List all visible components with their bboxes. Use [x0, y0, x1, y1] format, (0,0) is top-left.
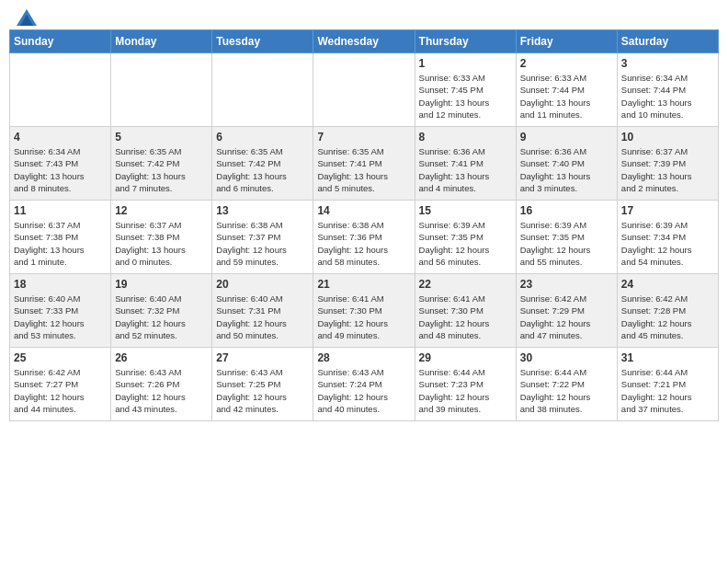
day-cell: 20Sunrise: 6:40 AM Sunset: 7:31 PM Dayli…	[212, 274, 313, 348]
day-info: Sunrise: 6:44 AM Sunset: 7:21 PM Dayligh…	[621, 366, 714, 415]
day-cell: 14Sunrise: 6:38 AM Sunset: 7:36 PM Dayli…	[313, 201, 415, 274]
header-cell-sunday: Sunday	[10, 30, 111, 53]
day-number: 2	[520, 57, 613, 70]
day-number: 7	[317, 131, 410, 144]
day-cell: 31Sunrise: 6:44 AM Sunset: 7:21 PM Dayli…	[617, 348, 718, 421]
day-number: 6	[216, 131, 309, 144]
day-cell: 11Sunrise: 6:37 AM Sunset: 7:38 PM Dayli…	[10, 201, 111, 274]
day-info: Sunrise: 6:36 AM Sunset: 7:41 PM Dayligh…	[419, 145, 512, 194]
day-cell: 4Sunrise: 6:34 AM Sunset: 7:43 PM Daylig…	[10, 127, 111, 201]
day-number: 20	[216, 278, 309, 291]
day-info: Sunrise: 6:34 AM Sunset: 7:44 PM Dayligh…	[621, 72, 714, 121]
header-cell-wednesday: Wednesday	[313, 30, 415, 53]
day-number: 1	[419, 57, 512, 70]
day-info: Sunrise: 6:44 AM Sunset: 7:23 PM Dayligh…	[419, 366, 512, 415]
day-number: 30	[520, 351, 613, 364]
day-number: 29	[419, 351, 512, 364]
calendar-header: SundayMondayTuesdayWednesdayThursdayFrid…	[10, 30, 719, 53]
day-number: 22	[419, 278, 512, 291]
header-cell-friday: Friday	[516, 30, 617, 53]
day-number: 21	[317, 278, 410, 291]
day-number: 10	[621, 131, 714, 144]
day-number: 8	[419, 131, 512, 144]
day-info: Sunrise: 6:43 AM Sunset: 7:25 PM Dayligh…	[216, 366, 309, 415]
calendar-body: 1Sunrise: 6:33 AM Sunset: 7:45 PM Daylig…	[10, 53, 719, 421]
day-info: Sunrise: 6:34 AM Sunset: 7:43 PM Dayligh…	[14, 145, 107, 194]
day-info: Sunrise: 6:36 AM Sunset: 7:40 PM Dayligh…	[520, 145, 613, 194]
page-header	[9, 9, 719, 22]
day-info: Sunrise: 6:37 AM Sunset: 7:38 PM Dayligh…	[14, 219, 107, 268]
day-number: 3	[621, 57, 714, 70]
day-number: 4	[14, 131, 107, 144]
header-row: SundayMondayTuesdayWednesdayThursdayFrid…	[10, 30, 719, 53]
day-cell: 22Sunrise: 6:41 AM Sunset: 7:30 PM Dayli…	[415, 274, 516, 348]
day-cell: 13Sunrise: 6:38 AM Sunset: 7:37 PM Dayli…	[212, 201, 313, 274]
day-cell	[212, 53, 313, 127]
day-number: 13	[216, 204, 309, 217]
week-row-1: 1Sunrise: 6:33 AM Sunset: 7:45 PM Daylig…	[10, 53, 719, 127]
day-cell: 2Sunrise: 6:33 AM Sunset: 7:44 PM Daylig…	[516, 53, 617, 127]
day-number: 17	[621, 204, 714, 217]
day-info: Sunrise: 6:33 AM Sunset: 7:44 PM Dayligh…	[520, 72, 613, 121]
day-number: 9	[520, 131, 613, 144]
header-cell-saturday: Saturday	[617, 30, 718, 53]
day-number: 18	[14, 278, 107, 291]
day-cell: 17Sunrise: 6:39 AM Sunset: 7:34 PM Dayli…	[617, 201, 718, 274]
week-row-4: 18Sunrise: 6:40 AM Sunset: 7:33 PM Dayli…	[10, 274, 719, 348]
day-number: 25	[14, 351, 107, 364]
day-info: Sunrise: 6:40 AM Sunset: 7:32 PM Dayligh…	[115, 293, 208, 341]
week-row-2: 4Sunrise: 6:34 AM Sunset: 7:43 PM Daylig…	[10, 127, 719, 201]
header-cell-tuesday: Tuesday	[212, 30, 313, 53]
day-info: Sunrise: 6:43 AM Sunset: 7:24 PM Dayligh…	[317, 366, 410, 415]
day-cell: 9Sunrise: 6:36 AM Sunset: 7:40 PM Daylig…	[516, 127, 617, 201]
day-info: Sunrise: 6:43 AM Sunset: 7:26 PM Dayligh…	[115, 366, 208, 415]
day-cell: 1Sunrise: 6:33 AM Sunset: 7:45 PM Daylig…	[415, 53, 516, 127]
day-cell: 29Sunrise: 6:44 AM Sunset: 7:23 PM Dayli…	[415, 348, 516, 421]
day-cell: 26Sunrise: 6:43 AM Sunset: 7:26 PM Dayli…	[111, 348, 212, 421]
header-cell-monday: Monday	[111, 30, 212, 53]
day-number: 27	[216, 351, 309, 364]
day-number: 23	[520, 278, 613, 291]
day-info: Sunrise: 6:38 AM Sunset: 7:37 PM Dayligh…	[216, 219, 309, 268]
day-number: 11	[14, 204, 107, 217]
week-row-5: 25Sunrise: 6:42 AM Sunset: 7:27 PM Dayli…	[10, 348, 719, 421]
day-cell: 6Sunrise: 6:35 AM Sunset: 7:42 PM Daylig…	[212, 127, 313, 201]
header-cell-thursday: Thursday	[415, 30, 516, 53]
calendar-table: SundayMondayTuesdayWednesdayThursdayFrid…	[9, 29, 719, 421]
day-cell: 30Sunrise: 6:44 AM Sunset: 7:22 PM Dayli…	[516, 348, 617, 421]
day-info: Sunrise: 6:38 AM Sunset: 7:36 PM Dayligh…	[317, 219, 410, 268]
day-cell: 15Sunrise: 6:39 AM Sunset: 7:35 PM Dayli…	[415, 201, 516, 274]
logo	[13, 9, 37, 22]
day-number: 16	[520, 204, 613, 217]
day-info: Sunrise: 6:41 AM Sunset: 7:30 PM Dayligh…	[419, 293, 512, 341]
day-cell: 28Sunrise: 6:43 AM Sunset: 7:24 PM Dayli…	[313, 348, 415, 421]
day-number: 14	[317, 204, 410, 217]
day-info: Sunrise: 6:44 AM Sunset: 7:22 PM Dayligh…	[520, 366, 613, 415]
day-cell: 3Sunrise: 6:34 AM Sunset: 7:44 PM Daylig…	[617, 53, 718, 127]
day-cell: 27Sunrise: 6:43 AM Sunset: 7:25 PM Dayli…	[212, 348, 313, 421]
day-cell: 21Sunrise: 6:41 AM Sunset: 7:30 PM Dayli…	[313, 274, 415, 348]
day-info: Sunrise: 6:37 AM Sunset: 7:38 PM Dayligh…	[115, 219, 208, 268]
day-number: 5	[115, 131, 208, 144]
week-row-3: 11Sunrise: 6:37 AM Sunset: 7:38 PM Dayli…	[10, 201, 719, 274]
day-cell: 10Sunrise: 6:37 AM Sunset: 7:39 PM Dayli…	[617, 127, 718, 201]
day-info: Sunrise: 6:41 AM Sunset: 7:30 PM Dayligh…	[317, 293, 410, 341]
day-cell: 7Sunrise: 6:35 AM Sunset: 7:41 PM Daylig…	[313, 127, 415, 201]
day-cell: 24Sunrise: 6:42 AM Sunset: 7:28 PM Dayli…	[617, 274, 718, 348]
logo-icon	[17, 9, 37, 26]
day-cell: 16Sunrise: 6:39 AM Sunset: 7:35 PM Dayli…	[516, 201, 617, 274]
day-number: 12	[115, 204, 208, 217]
day-info: Sunrise: 6:39 AM Sunset: 7:35 PM Dayligh…	[419, 219, 512, 268]
day-cell	[313, 53, 415, 127]
day-info: Sunrise: 6:39 AM Sunset: 7:35 PM Dayligh…	[520, 219, 613, 268]
day-cell: 5Sunrise: 6:35 AM Sunset: 7:42 PM Daylig…	[111, 127, 212, 201]
day-cell	[10, 53, 111, 127]
day-info: Sunrise: 6:40 AM Sunset: 7:33 PM Dayligh…	[14, 293, 107, 341]
day-cell: 23Sunrise: 6:42 AM Sunset: 7:29 PM Dayli…	[516, 274, 617, 348]
day-info: Sunrise: 6:35 AM Sunset: 7:42 PM Dayligh…	[216, 145, 309, 194]
day-info: Sunrise: 6:33 AM Sunset: 7:45 PM Dayligh…	[419, 72, 512, 121]
day-cell: 18Sunrise: 6:40 AM Sunset: 7:33 PM Dayli…	[10, 274, 111, 348]
day-cell: 12Sunrise: 6:37 AM Sunset: 7:38 PM Dayli…	[111, 201, 212, 274]
day-cell: 25Sunrise: 6:42 AM Sunset: 7:27 PM Dayli…	[10, 348, 111, 421]
day-cell: 8Sunrise: 6:36 AM Sunset: 7:41 PM Daylig…	[415, 127, 516, 201]
